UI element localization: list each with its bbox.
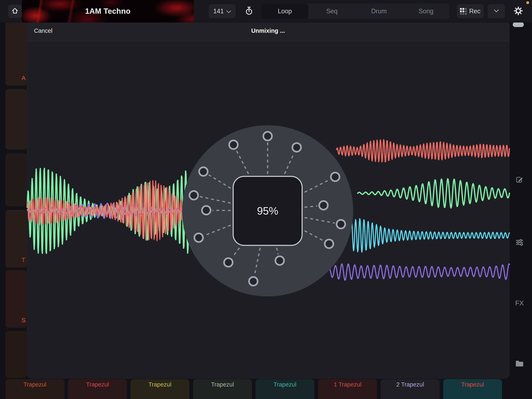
progress-value: 95% <box>257 205 278 217</box>
home-button[interactable] <box>8 5 22 18</box>
tab-song[interactable]: Song <box>402 3 450 19</box>
pad-label: 2 Trapezul <box>396 381 424 388</box>
pad[interactable]: Trapezul <box>443 379 502 399</box>
collapse-button[interactable] <box>488 4 505 19</box>
cancel-button[interactable]: Cancel <box>34 20 52 41</box>
folder-icon <box>515 360 524 368</box>
pad[interactable]: 1 Trapezul <box>318 379 377 399</box>
right-sidebar: FX <box>509 23 532 399</box>
gear-icon <box>513 6 523 16</box>
modal-title: Unmixing ... <box>27 20 509 41</box>
bpm-button[interactable]: 141 <box>209 4 236 19</box>
browser-button[interactable] <box>512 356 527 372</box>
sliders-icon <box>515 238 524 247</box>
edit-button[interactable] <box>512 173 527 188</box>
fx-button[interactable]: FX <box>512 296 527 311</box>
home-icon <box>11 7 19 15</box>
pad[interactable]: Trapezul <box>193 379 252 399</box>
pad[interactable]: 2 Trapezul <box>381 379 439 399</box>
tab-loop[interactable]: Loop <box>261 3 308 19</box>
progress-box: 95% <box>233 176 303 246</box>
tab-drum[interactable]: Drum <box>355 3 402 19</box>
bpm-value: 141 <box>213 7 224 15</box>
chevron-down-icon <box>226 7 231 15</box>
pad[interactable]: Trapezul <box>256 379 314 399</box>
tab-seq[interactable]: Seq <box>308 3 355 19</box>
mixer-button[interactable] <box>512 235 527 250</box>
edit-icon <box>515 176 524 185</box>
metronome-icon <box>245 6 253 16</box>
project-title: 1AM Techno <box>85 7 131 16</box>
scrollbar-thumb[interactable] <box>513 22 524 27</box>
mode-tabs: Loop Seq Drum Song <box>261 3 450 19</box>
top-bar: 1AM Techno 141 Loop Seq Drum Song Rec <box>0 0 532 23</box>
record-button[interactable]: Rec <box>457 4 484 19</box>
pad-label: Trapezul <box>86 381 109 388</box>
pad-grid-icon <box>460 8 467 15</box>
settings-button[interactable] <box>511 4 526 19</box>
pad-label: Trapezul <box>273 381 297 388</box>
metronome-button[interactable] <box>241 4 257 19</box>
pad[interactable]: Trapezul <box>131 379 189 399</box>
pad-label: Trapezul <box>461 381 484 388</box>
pad[interactable]: Trapezul <box>68 379 127 399</box>
notification-dot <box>526 1 529 4</box>
pad-label: Trapezul <box>211 381 234 388</box>
pad[interactable]: Trapezul <box>6 379 64 399</box>
project-banner: 1AM Techno <box>22 0 194 23</box>
chevron-down-icon <box>494 9 499 13</box>
pad-label: Trapezul <box>24 381 46 388</box>
pad-label: 1 Trapezul <box>334 381 361 388</box>
pad-label: Trapezul <box>149 381 171 388</box>
record-label: Rec <box>469 7 481 15</box>
